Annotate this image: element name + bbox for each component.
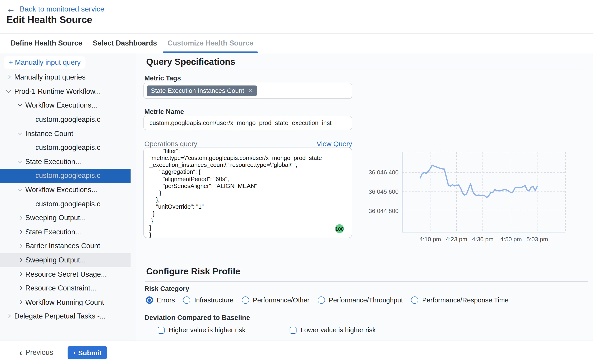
chevron-right-icon[interactable] [18, 300, 22, 305]
previous-button[interactable]: ‹ Previous [19, 348, 53, 357]
tabbar: Define Health SourceSelect DashboardsCus… [0, 33, 593, 53]
deviation-options: Higher value is higher riskLower value i… [136, 326, 376, 334]
tree-item[interactable]: custom.googleapis.co [0, 197, 130, 211]
risk-option-performance-throughput[interactable]: Performance/Throughput [318, 296, 403, 304]
tree-item[interactable]: State Execution... [0, 225, 130, 239]
risk-option-label: Errors [157, 296, 175, 304]
svg-text:36 044 800: 36 044 800 [369, 208, 398, 214]
chevron-down-icon[interactable] [18, 188, 22, 192]
tree-item-label: custom.googleapis.co [35, 172, 100, 180]
tree-item-label: Resource Secret Usage... [25, 270, 107, 278]
deviation-option-lower-value-is-higher-risk[interactable]: Lower value is higher risk [290, 326, 376, 334]
back-arrow-icon: ← [7, 5, 15, 13]
submit-button[interactable]: › Submit [68, 346, 107, 359]
chevron-right-icon[interactable] [18, 258, 22, 262]
svg-text:4:36 pm: 4:36 pm [472, 236, 494, 243]
query-tree: Manually input queriesProd-1 Runtime Wor… [0, 70, 130, 323]
metric-tags-label: Metric Tags [144, 74, 181, 82]
tab-customize-health-source[interactable]: Customize Health Source [163, 33, 258, 53]
tree-item-label: State Execution... [25, 158, 81, 166]
tree-item[interactable]: custom.googleapis.co [0, 113, 130, 127]
deviation-option-label: Higher value is higher risk [169, 326, 246, 334]
main-panel: Query Specifications Metric Tags State E… [136, 53, 593, 341]
tree-item[interactable]: Workflow Running Count [0, 295, 130, 309]
query-score-badge: 100 [335, 224, 344, 233]
tree-item-label: Instance Count [25, 129, 73, 138]
sidebar: + Manually input query Manually input qu… [0, 53, 136, 341]
chevron-right-icon[interactable] [18, 244, 22, 248]
tree-item[interactable]: Sweeping Output... [0, 253, 130, 267]
divider [145, 281, 588, 282]
svg-text:4:10 pm: 4:10 pm [419, 236, 441, 243]
chevron-right-icon[interactable] [18, 286, 22, 291]
tree-item[interactable]: custom.googleapis.co [0, 169, 130, 183]
svg-text:5:03 pm: 5:03 pm [526, 236, 548, 243]
risk-option-infrastructure[interactable]: Infrastructure [183, 296, 234, 304]
tree-item[interactable]: Delegate Perpetual Tasks -... [0, 309, 130, 323]
chevron-down-icon[interactable] [6, 89, 11, 94]
tree-item[interactable]: custom.googleapis.co [0, 141, 130, 155]
deviation-label: Deviation Compared to Baseline [144, 313, 250, 321]
tree-item-label: Workflow Executions... [25, 101, 97, 110]
risk-option-errors[interactable]: Errors [146, 296, 175, 304]
operations-query-editor[interactable]: "filter": "metric.type=\"custom.googleap… [143, 148, 352, 238]
risk-option-label: Infrastructure [194, 296, 234, 304]
risk-option-performance-response-time[interactable]: Performance/Response Time [411, 296, 509, 304]
checkbox-icon[interactable] [290, 326, 297, 333]
chevron-down-icon[interactable] [18, 159, 22, 164]
tree-item-label: State Execution... [25, 228, 81, 236]
metric-tags-input[interactable]: State Execution Instances Count ✕ [143, 83, 352, 99]
operations-query-text: "filter": "metric.type=\"custom.googleap… [144, 148, 352, 238]
chevron-right-icon[interactable] [18, 230, 22, 234]
chevron-right-icon[interactable] [6, 75, 11, 80]
tree-item[interactable]: Resource Secret Usage... [0, 267, 130, 281]
tree-item-label: custom.googleapis.co [35, 115, 100, 124]
svg-text:4:23 pm: 4:23 pm [446, 236, 467, 243]
tree-item-label: custom.googleapis.co [35, 144, 100, 152]
tree-item-label: Workflow Executions... [25, 186, 97, 194]
risk-option-label: Performance/Response Time [422, 296, 509, 304]
radio-icon[interactable] [318, 296, 325, 304]
app: ← Back to monitored service Edit Health … [0, 0, 593, 364]
radio-selected-icon[interactable] [146, 296, 153, 304]
tree-item[interactable]: Sweeping Output... [0, 211, 130, 225]
tree-item-label: Delegate Perpetual Tasks -... [14, 312, 106, 321]
risk-option-label: Performance/Throughput [329, 296, 403, 304]
chevron-right-icon[interactable] [18, 272, 22, 276]
tab-define-health-source[interactable]: Define Health Source [6, 33, 87, 53]
chevron-right-icon[interactable] [6, 314, 11, 319]
deviation-option-higher-value-is-higher-risk[interactable]: Higher value is higher risk [158, 326, 246, 334]
footer: ‹ Previous › Submit [0, 341, 593, 364]
back-link-label: Back to monitored service [20, 5, 104, 13]
tree-item[interactable]: Workflow Executions... [0, 98, 130, 112]
tree-item-label: Sweeping Output... [25, 256, 86, 264]
back-link[interactable]: ← Back to monitored service [7, 5, 104, 13]
tree-item[interactable]: Instance Count [0, 127, 130, 141]
tree-item-label: Manually input queries [14, 73, 85, 82]
checkbox-icon[interactable] [158, 326, 165, 333]
remove-tag-icon[interactable]: ✕ [248, 85, 253, 96]
svg-text:4:50 pm: 4:50 pm [500, 236, 522, 243]
tree-item[interactable]: Manually input queries [0, 70, 130, 84]
metric-name-label: Metric Name [144, 108, 184, 115]
risk-option-performance-other[interactable]: Performance/Other [242, 296, 310, 304]
tree-item-label: Sweeping Output... [25, 214, 86, 222]
radio-icon[interactable] [242, 296, 249, 304]
tree-item[interactable]: Resource Constraint... [0, 281, 130, 295]
tree-item[interactable]: State Execution... [0, 155, 130, 169]
tree-item[interactable]: Prod-1 Runtime Workflow... [0, 84, 130, 98]
radio-icon[interactable] [411, 296, 418, 304]
chevron-left-icon: ‹ [19, 349, 22, 356]
risk-option-label: Performance/Other [253, 296, 310, 304]
view-query-link[interactable]: View Query [317, 140, 352, 148]
add-query-button[interactable]: + Manually input query [4, 56, 86, 69]
radio-icon[interactable] [183, 296, 190, 304]
tab-select-dashboards[interactable]: Select Dashboards [88, 33, 162, 53]
tree-item[interactable]: Barrier Instances Count [0, 239, 130, 253]
metric-name-input[interactable]: custom.googleapis.com/user/x_mongo_prod_… [143, 116, 352, 130]
metric-tag-chip: State Execution Instances Count ✕ [147, 85, 257, 96]
chevron-down-icon[interactable] [18, 103, 22, 108]
chevron-right-icon[interactable] [18, 215, 22, 220]
chevron-down-icon[interactable] [18, 131, 22, 136]
tree-item[interactable]: Workflow Executions... [0, 183, 130, 197]
